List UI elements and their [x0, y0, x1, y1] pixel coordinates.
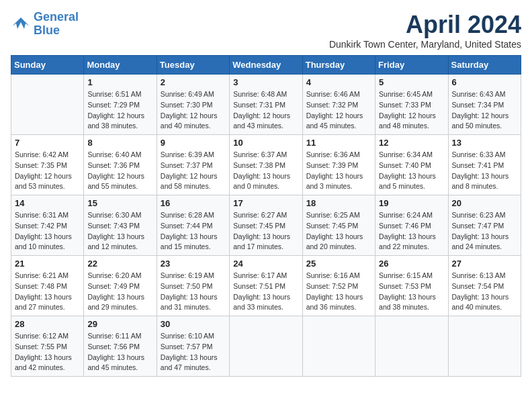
day-info: Sunrise: 6:39 AMSunset: 7:37 PMDaylight:…	[161, 150, 226, 192]
calendar-cell: 29Sunrise: 6:11 AMSunset: 7:56 PMDayligh…	[84, 316, 157, 377]
day-number: 6	[452, 77, 517, 87]
day-info: Sunrise: 6:13 AMSunset: 7:54 PMDaylight:…	[452, 271, 517, 313]
calendar-cell: 10Sunrise: 6:37 AMSunset: 7:38 PMDayligh…	[230, 135, 302, 195]
day-info: Sunrise: 6:46 AMSunset: 7:32 PMDaylight:…	[306, 89, 371, 132]
calendar-cell: 27Sunrise: 6:13 AMSunset: 7:54 PMDayligh…	[448, 256, 521, 316]
day-info: Sunrise: 6:31 AMSunset: 7:42 PMDaylight:…	[15, 210, 80, 253]
calendar-cell: 12Sunrise: 6:34 AMSunset: 7:40 PMDayligh…	[375, 135, 448, 195]
calendar-cell: 17Sunrise: 6:27 AMSunset: 7:45 PMDayligh…	[230, 195, 302, 256]
day-number: 2	[161, 77, 226, 87]
day-info: Sunrise: 6:11 AMSunset: 7:56 PMDaylight:…	[87, 331, 152, 373]
day-info: Sunrise: 6:34 AMSunset: 7:40 PMDaylight:…	[379, 150, 444, 192]
day-info: Sunrise: 6:27 AMSunset: 7:45 PMDaylight:…	[233, 210, 298, 253]
title-area: April 2024 Dunkirk Town Center, Maryland…	[329, 11, 521, 50]
day-info: Sunrise: 6:51 AMSunset: 7:29 PMDaylight:…	[87, 89, 152, 132]
weekday-header-friday: Friday	[375, 56, 448, 75]
day-info: Sunrise: 6:24 AMSunset: 7:46 PMDaylight:…	[379, 210, 444, 253]
day-number: 10	[233, 138, 298, 148]
day-info: Sunrise: 6:30 AMSunset: 7:43 PMDaylight:…	[87, 210, 152, 253]
day-info: Sunrise: 6:20 AMSunset: 7:49 PMDaylight:…	[87, 271, 152, 313]
day-info: Sunrise: 6:23 AMSunset: 7:47 PMDaylight:…	[452, 210, 517, 253]
calendar-cell: 13Sunrise: 6:33 AMSunset: 7:41 PMDayligh…	[448, 135, 521, 195]
calendar-title: April 2024	[329, 11, 521, 39]
day-info: Sunrise: 6:36 AMSunset: 7:39 PMDaylight:…	[306, 150, 371, 192]
calendar-cell: 23Sunrise: 6:19 AMSunset: 7:50 PMDayligh…	[157, 256, 229, 316]
day-number: 17	[233, 198, 298, 208]
calendar-cell: 14Sunrise: 6:31 AMSunset: 7:42 PMDayligh…	[11, 195, 84, 256]
day-number: 27	[452, 259, 517, 269]
calendar-cell: 9Sunrise: 6:39 AMSunset: 7:37 PMDaylight…	[157, 135, 229, 195]
calendar-week-row: 7Sunrise: 6:42 AMSunset: 7:35 PMDaylight…	[11, 135, 521, 195]
day-number: 14	[15, 198, 80, 208]
day-number: 12	[379, 138, 444, 148]
calendar-cell: 6Sunrise: 6:43 AMSunset: 7:34 PMDaylight…	[448, 75, 521, 135]
calendar-cell: 15Sunrise: 6:30 AMSunset: 7:43 PMDayligh…	[84, 195, 157, 256]
weekday-header-thursday: Thursday	[302, 56, 375, 75]
day-number: 18	[306, 198, 371, 208]
day-number: 16	[161, 198, 226, 208]
day-info: Sunrise: 6:21 AMSunset: 7:48 PMDaylight:…	[15, 271, 80, 313]
day-info: Sunrise: 6:16 AMSunset: 7:52 PMDaylight:…	[306, 271, 371, 313]
day-info: Sunrise: 6:19 AMSunset: 7:50 PMDaylight:…	[161, 271, 226, 313]
day-info: Sunrise: 6:25 AMSunset: 7:45 PMDaylight:…	[306, 210, 371, 253]
logo-line1: General	[34, 10, 79, 24]
calendar-cell: 30Sunrise: 6:10 AMSunset: 7:57 PMDayligh…	[157, 316, 229, 377]
day-number: 29	[87, 319, 152, 329]
svg-marker-0	[12, 17, 30, 29]
calendar-cell: 21Sunrise: 6:21 AMSunset: 7:48 PMDayligh…	[11, 256, 84, 316]
day-info: Sunrise: 6:49 AMSunset: 7:30 PMDaylight:…	[161, 89, 226, 132]
calendar-week-row: 21Sunrise: 6:21 AMSunset: 7:48 PMDayligh…	[11, 256, 521, 316]
weekday-header-sunday: Sunday	[11, 56, 84, 75]
day-number: 11	[306, 138, 371, 148]
day-info: Sunrise: 6:43 AMSunset: 7:34 PMDaylight:…	[452, 89, 517, 132]
day-info: Sunrise: 6:48 AMSunset: 7:31 PMDaylight:…	[233, 89, 298, 132]
calendar-cell	[375, 316, 448, 377]
day-number: 15	[87, 198, 152, 208]
calendar-subtitle: Dunkirk Town Center, Maryland, United St…	[329, 39, 521, 50]
calendar-cell: 25Sunrise: 6:16 AMSunset: 7:52 PMDayligh…	[302, 256, 375, 316]
weekday-header-row: SundayMondayTuesdayWednesdayThursdayFrid…	[11, 56, 521, 75]
day-number: 1	[87, 77, 152, 87]
calendar-cell: 8Sunrise: 6:40 AMSunset: 7:36 PMDaylight…	[84, 135, 157, 195]
day-number: 9	[161, 138, 226, 148]
calendar-cell: 7Sunrise: 6:42 AMSunset: 7:35 PMDaylight…	[11, 135, 84, 195]
day-number: 7	[15, 138, 80, 148]
calendar-cell: 18Sunrise: 6:25 AMSunset: 7:45 PMDayligh…	[302, 195, 375, 256]
calendar-cell: 3Sunrise: 6:48 AMSunset: 7:31 PMDaylight…	[230, 75, 302, 135]
day-number: 5	[379, 77, 444, 87]
weekday-header-saturday: Saturday	[448, 56, 521, 75]
day-number: 3	[233, 77, 298, 87]
day-info: Sunrise: 6:40 AMSunset: 7:36 PMDaylight:…	[87, 150, 152, 192]
weekday-header-wednesday: Wednesday	[230, 56, 302, 75]
calendar-cell: 26Sunrise: 6:15 AMSunset: 7:53 PMDayligh…	[375, 256, 448, 316]
calendar-week-row: 1Sunrise: 6:51 AMSunset: 7:29 PMDaylight…	[11, 75, 521, 135]
calendar-cell	[11, 75, 84, 135]
day-number: 30	[161, 319, 226, 329]
logo-text: General Blue	[34, 11, 79, 38]
calendar-cell	[230, 316, 302, 377]
weekday-header-tuesday: Tuesday	[157, 56, 229, 75]
day-info: Sunrise: 6:12 AMSunset: 7:55 PMDaylight:…	[15, 331, 80, 373]
day-number: 25	[306, 259, 371, 269]
calendar-week-row: 14Sunrise: 6:31 AMSunset: 7:42 PMDayligh…	[11, 195, 521, 256]
day-info: Sunrise: 6:37 AMSunset: 7:38 PMDaylight:…	[233, 150, 298, 192]
day-info: Sunrise: 6:42 AMSunset: 7:35 PMDaylight:…	[15, 150, 80, 192]
calendar-cell: 24Sunrise: 6:17 AMSunset: 7:51 PMDayligh…	[230, 256, 302, 316]
calendar-cell: 19Sunrise: 6:24 AMSunset: 7:46 PMDayligh…	[375, 195, 448, 256]
logo: General Blue	[11, 11, 79, 38]
calendar-week-row: 28Sunrise: 6:12 AMSunset: 7:55 PMDayligh…	[11, 316, 521, 377]
calendar-cell: 4Sunrise: 6:46 AMSunset: 7:32 PMDaylight…	[302, 75, 375, 135]
header: General Blue April 2024 Dunkirk Town Cen…	[11, 11, 521, 50]
logo-icon	[11, 14, 31, 34]
calendar-cell: 16Sunrise: 6:28 AMSunset: 7:44 PMDayligh…	[157, 195, 229, 256]
day-info: Sunrise: 6:28 AMSunset: 7:44 PMDaylight:…	[161, 210, 226, 253]
calendar-cell: 11Sunrise: 6:36 AMSunset: 7:39 PMDayligh…	[302, 135, 375, 195]
day-number: 23	[161, 259, 226, 269]
day-info: Sunrise: 6:10 AMSunset: 7:57 PMDaylight:…	[161, 331, 226, 373]
day-info: Sunrise: 6:17 AMSunset: 7:51 PMDaylight:…	[233, 271, 298, 313]
day-number: 28	[15, 319, 80, 329]
calendar-cell: 1Sunrise: 6:51 AMSunset: 7:29 PMDaylight…	[84, 75, 157, 135]
day-number: 13	[452, 138, 517, 148]
weekday-header-monday: Monday	[84, 56, 157, 75]
calendar-cell: 28Sunrise: 6:12 AMSunset: 7:55 PMDayligh…	[11, 316, 84, 377]
